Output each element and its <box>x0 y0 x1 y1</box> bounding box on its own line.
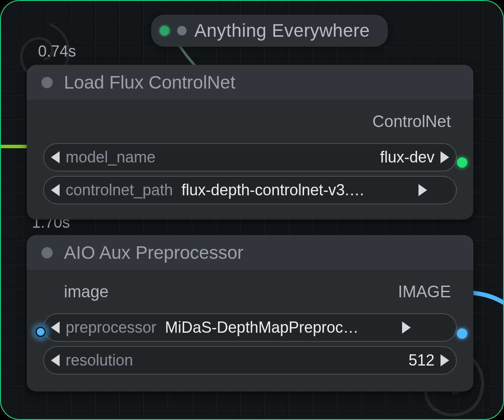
widget-label: model_name <box>66 148 155 166</box>
widget-value[interactable]: MiDaS-DepthMapPreproc… <box>165 318 396 337</box>
io-row: image IMAGE <box>35 278 466 309</box>
output-label: IMAGE <box>398 283 451 301</box>
chevron-left-icon[interactable] <box>51 321 60 334</box>
chevron-right-icon[interactable] <box>441 354 449 366</box>
chevron-right-icon[interactable] <box>402 321 411 334</box>
widget-value[interactable]: flux-depth-controlnet-v3.… <box>181 181 412 199</box>
output-row: ControlNet <box>35 108 466 139</box>
collapse-dot-icon[interactable] <box>41 247 53 258</box>
input-port-image[interactable] <box>35 327 46 337</box>
chevron-right-icon[interactable] <box>441 151 449 163</box>
node-header[interactable]: AIO Aux Preprocessor <box>27 235 473 270</box>
output-port-image[interactable] <box>457 328 467 339</box>
node-anything-everywhere[interactable]: Anything Everywhere <box>151 15 388 47</box>
widget-resolution[interactable]: resolution 512 <box>43 346 457 375</box>
chevron-left-icon[interactable] <box>51 184 60 196</box>
widget-model-name[interactable]: model_name flux-dev <box>43 143 457 172</box>
widget-label: preprocessor <box>66 318 156 337</box>
collapse-dot-icon[interactable] <box>177 26 187 35</box>
app-frame: 0.74s 1.70s Anything Everywhere Load Flu… <box>0 0 504 420</box>
collapse-dot-icon[interactable] <box>41 77 53 88</box>
widget-label: resolution <box>66 351 133 369</box>
output-port-controlnet[interactable] <box>457 157 467 168</box>
node-header[interactable]: Load Flux ControlNet <box>27 65 473 100</box>
input-port-icon[interactable] <box>160 26 169 35</box>
node-load-flux-controlnet[interactable]: Load Flux ControlNet ControlNet model_na… <box>27 65 473 220</box>
node-title: Load Flux ControlNet <box>64 72 235 93</box>
chevron-right-icon[interactable] <box>418 184 427 196</box>
node-title: AIO Aux Preprocessor <box>64 242 244 263</box>
input-label: image <box>64 283 109 301</box>
timing-badge: 0.74s <box>38 42 76 60</box>
widget-label: controlnet_path <box>66 181 173 199</box>
widget-preprocessor[interactable]: preprocessor MiDaS-DepthMapPreproc… <box>43 313 457 342</box>
chevron-left-icon[interactable] <box>51 354 60 366</box>
widget-value[interactable]: 512 <box>409 351 434 369</box>
node-aio-aux-preprocessor[interactable]: AIO Aux Preprocessor image IMAGE preproc… <box>27 235 473 391</box>
output-label: ControlNet <box>372 112 451 131</box>
widget-value[interactable]: flux-dev <box>380 148 434 166</box>
widget-controlnet-path[interactable]: controlnet_path flux-depth-controlnet-v3… <box>43 176 457 204</box>
node-title: Anything Everywhere <box>194 20 370 41</box>
chevron-left-icon[interactable] <box>51 151 60 163</box>
